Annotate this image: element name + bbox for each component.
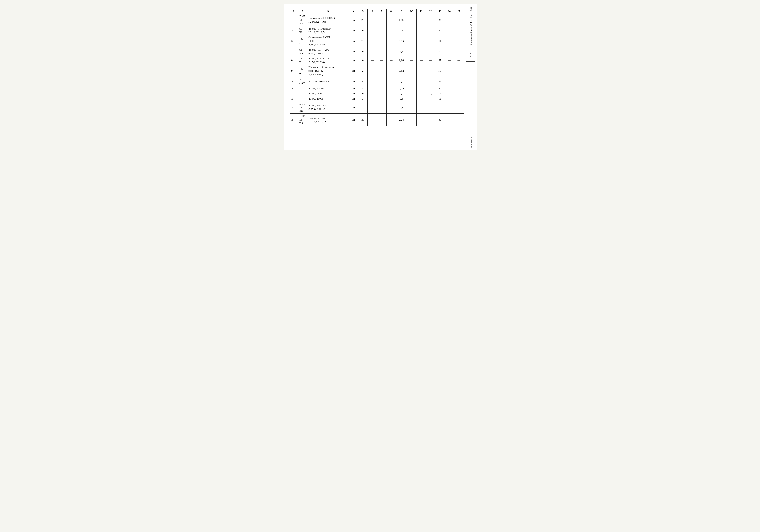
cell-0-9: —: [407, 14, 416, 26]
cell-4-0: 8.: [290, 56, 298, 65]
cell-4-2: То же, НСО02–I502,I5хI,32=2,84: [308, 56, 349, 65]
cell-10-6: —: [377, 101, 386, 114]
cell-5-0: 9.: [290, 65, 298, 77]
cell-6-4: 30: [358, 77, 368, 86]
cell-10-2: То же, МО36–400,075х I,32 =0,I: [308, 101, 349, 114]
cell-3-3: шт: [349, 47, 358, 56]
cell-11-11: —: [426, 114, 435, 126]
header-col-5: 5: [358, 9, 368, 14]
cell-3-14: —: [454, 47, 463, 56]
cell-3-10: —: [416, 47, 426, 56]
cell-8-10: —: [416, 91, 426, 96]
cell-4-10: —: [416, 56, 426, 65]
cell-1-13: —: [445, 26, 454, 35]
table-row: I2.–"–То же, I5Oвтшт9———0,4——–,4——: [290, 91, 463, 96]
cell-0-11: —: [426, 14, 435, 26]
table-row: 5.п.3–0I2То же, НПО30хI00I,9 х I,32= 2,5…: [290, 26, 463, 35]
cell-11-13: —: [445, 114, 454, 126]
cell-0-10: —: [416, 14, 426, 26]
header-col-1: I: [290, 9, 298, 14]
side-text-top: Зональный т.п. 802–5–76м.I3.86: [469, 4, 473, 47]
cell-9-8: 0,5: [396, 96, 407, 101]
cell-10-14: —: [454, 101, 463, 114]
cell-4-6: —: [377, 56, 386, 65]
cell-9-9: —: [407, 96, 416, 101]
cell-11-0: I5.: [290, 114, 298, 126]
cell-9-4: 3: [358, 96, 368, 101]
cell-10-4: 2: [358, 101, 368, 114]
cell-5-1: п.I–02I: [298, 65, 308, 77]
cell-4-7: —: [386, 56, 396, 65]
cell-5-5: —: [367, 65, 377, 77]
header-col-11: II: [416, 9, 426, 14]
cell-9-6: —: [377, 96, 386, 101]
cell-9-0: I3.: [290, 96, 298, 101]
cell-8-6: —: [377, 91, 386, 96]
cell-10-5: —: [367, 101, 377, 114]
cell-5-4: 2: [358, 65, 368, 77]
side-text-middle: – I35 –: [469, 49, 473, 60]
cell-11-10: —: [416, 114, 426, 126]
header-col-9: 9: [396, 9, 407, 14]
cell-6-14: —: [454, 77, 463, 86]
cell-0-8: I,65: [396, 14, 407, 26]
cell-2-4: 70: [358, 35, 368, 47]
cell-5-14: —: [454, 65, 463, 77]
cell-5-8: 5,02: [396, 65, 407, 77]
cell-3-13: —: [445, 47, 454, 56]
cell-3-5: —: [367, 47, 377, 56]
cell-7-13: —: [445, 86, 454, 91]
side-divider: [466, 48, 475, 48]
cell-3-9: —: [407, 47, 416, 56]
cell-6-0: IO.: [290, 77, 298, 86]
cell-4-8: 2,84: [396, 56, 407, 65]
cell-0-2: Светильник НСП03х60I,25хI,32 = I,65: [308, 14, 349, 26]
cell-8-9: —: [407, 91, 416, 96]
cell-9-7: —: [386, 96, 396, 101]
cell-0-13: —: [445, 14, 454, 26]
cell-8-0: I2.: [290, 91, 298, 96]
cell-2-2: Светильник НСПI––I003,3хI,32 =4,36: [308, 35, 349, 47]
cell-1-0: 5.: [290, 26, 298, 35]
cell-1-7: —: [386, 26, 396, 35]
cell-5-3: шт: [349, 65, 358, 77]
cell-11-5: —: [367, 114, 377, 126]
cell-4-13: —: [445, 56, 454, 65]
table-row: I3.–"–То же, 200втшт3———0,5———2——: [290, 96, 463, 101]
cell-0-3: шт: [349, 14, 358, 26]
cell-2-5: —: [367, 35, 377, 47]
cell-11-12: 87: [435, 114, 445, 126]
cell-7-2: То же, IOOвт: [308, 86, 349, 91]
table-row: I4.I5–I5п.9–0IOТо же, МО36–400,075х I,32…: [290, 101, 463, 114]
cell-3-1: п.I–043: [298, 47, 308, 56]
header-col-10: IO: [407, 9, 416, 14]
cell-8-1: –"–: [298, 91, 308, 96]
cell-1-4: 6: [358, 26, 368, 35]
cell-9-13: —: [445, 96, 454, 101]
cell-4-5: —: [367, 56, 377, 65]
cell-7-14: —: [454, 86, 463, 91]
cell-2-11: —: [426, 35, 435, 47]
cell-3-0: 7.: [290, 47, 298, 56]
header-col-15: I5: [454, 9, 463, 14]
cell-6-12: 6: [435, 77, 445, 86]
cell-7-5: —: [367, 86, 377, 91]
header-col-12: I2: [426, 9, 435, 14]
cell-8-2: То же, I5Oвт: [308, 91, 349, 96]
cell-11-14: —: [454, 114, 463, 126]
cell-10-8: 0,I: [396, 101, 407, 114]
cell-1-3: шт: [349, 26, 358, 35]
cell-9-1: –"–: [298, 96, 308, 101]
table-row: II.–"–То же, IOOвтшт76———0,35———27——: [290, 86, 463, 91]
cell-6-9: —: [407, 77, 416, 86]
table-row: 9.п.I–02IПереносной светиль-ник РВО–423,…: [290, 65, 463, 77]
cell-8-5: —: [367, 91, 377, 96]
cell-0-14: —: [454, 14, 463, 26]
cell-8-4: 9: [358, 91, 368, 96]
cell-4-12: I7: [435, 56, 445, 65]
cell-6-2: Электролампа 60вт: [308, 77, 349, 86]
table-row: IO.Пр–нт092Электролампа 60втшт30———0,2——…: [290, 77, 463, 86]
header-col-13: I3: [435, 9, 445, 14]
cell-10-12: —: [435, 101, 445, 114]
cell-7-0: II.: [290, 86, 298, 91]
